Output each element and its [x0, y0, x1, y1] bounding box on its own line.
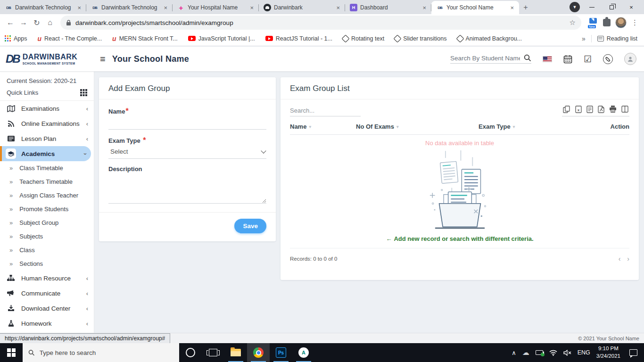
bookmark-star-icon[interactable]: ☆	[570, 18, 576, 27]
chrome-button[interactable]	[247, 343, 270, 362]
tab-close-icon[interactable]: ×	[421, 4, 428, 11]
sidebar-item-partial[interactable]	[0, 331, 94, 333]
whatsapp-icon[interactable]	[603, 54, 613, 64]
close-window-button[interactable]: ×	[623, 0, 639, 14]
apps-shortcut[interactable]: Apps	[5, 35, 27, 42]
next-page-icon[interactable]: ›	[627, 255, 629, 263]
url-text[interactable]: darwinbark.com/projects/smartschool/admi…	[75, 19, 570, 26]
sidebar-item-communicate[interactable]: Communicate ‹	[0, 286, 94, 301]
wifi-icon[interactable]	[549, 350, 557, 356]
print-icon[interactable]	[609, 106, 617, 113]
student-search-input[interactable]	[450, 55, 520, 62]
volume-muted-icon[interactable]	[563, 350, 571, 356]
bookmark-js-tutorial[interactable]: JavaScript Tutorial |...	[188, 35, 255, 42]
action-center-button[interactable]	[627, 349, 640, 356]
back-icon[interactable]: ←	[4, 16, 17, 29]
description-textarea[interactable]	[108, 176, 266, 204]
tab-hospital[interactable]: Your Hospital Name ×	[173, 1, 259, 14]
search-icon[interactable]	[524, 54, 531, 62]
clock[interactable]: 9:10 PM 3/24/2021	[596, 345, 620, 360]
browser-update-icon[interactable]: ▼	[570, 2, 580, 12]
sidebar-item-download-center[interactable]: Download Center ‹	[0, 301, 94, 316]
forward-icon[interactable]: →	[17, 16, 30, 29]
sort-caret-icon[interactable]: ▾	[396, 124, 399, 129]
bookmark-slider-transitions[interactable]: Slider transitions	[395, 35, 446, 42]
exam-type-select[interactable]: Select	[108, 145, 266, 159]
taskbar-search-input[interactable]	[40, 349, 173, 356]
columns-icon[interactable]	[621, 106, 628, 113]
tab-close-icon[interactable]: ×	[76, 4, 83, 11]
taskbar-search[interactable]	[23, 343, 179, 362]
bookmark-rotating-text[interactable]: Rotating text	[343, 35, 384, 42]
sidebar-item-homework[interactable]: Homework ‹	[0, 316, 94, 331]
tab-close-icon[interactable]: ×	[248, 4, 255, 11]
save-button[interactable]: Save	[234, 219, 266, 233]
prev-page-icon[interactable]: ‹	[619, 255, 621, 263]
column-header-exam-type[interactable]: Exam Type▾	[479, 123, 601, 130]
tab-darwinbark-2[interactable]: Darwinbark Technolog ×	[86, 1, 173, 14]
extensions-puzzle-icon[interactable]	[603, 19, 611, 26]
sidebar-item-academics[interactable]: Academics ‹	[0, 146, 91, 161]
column-header-no-of-exams[interactable]: No Of Exams▾	[356, 123, 479, 130]
list-search-input[interactable]	[290, 105, 361, 116]
tasks-icon[interactable]: ☑	[584, 54, 592, 65]
omnibox[interactable]: darwinbark.com/projects/smartschool/admi…	[60, 16, 581, 30]
language-flag-icon[interactable]	[543, 56, 552, 62]
sort-caret-icon[interactable]: ▾	[309, 124, 311, 129]
sidebar-subitem-teachers-timetable[interactable]: »Teachers Timetable	[0, 175, 94, 189]
bookmark-animated-background[interactable]: Animated Backgrou...	[457, 35, 522, 42]
restore-button[interactable]	[603, 0, 619, 14]
sidebar-subitem-promote-students[interactable]: »Promote Students	[0, 202, 94, 216]
sidebar-item-lesson-plan[interactable]: Lesson Plan ‹	[0, 131, 94, 146]
new-extension-icon[interactable]: New	[588, 18, 598, 27]
app-button[interactable]: A	[292, 343, 315, 362]
tab-github[interactable]: Darwinbark ×	[259, 1, 345, 14]
task-view-button[interactable]	[202, 343, 224, 362]
tab-close-icon[interactable]: ×	[509, 4, 515, 11]
cortana-button[interactable]	[179, 343, 202, 362]
sidebar-subitem-class[interactable]: »Class	[0, 243, 94, 257]
sidebar-subitem-assign-class-teacher[interactable]: »Assign Class Teacher	[0, 189, 94, 202]
sidebar-subitem-class-timetable[interactable]: »Class Timetable	[0, 161, 94, 175]
csv-export-icon[interactable]	[586, 106, 593, 113]
file-explorer-button[interactable]	[224, 343, 247, 362]
home-icon[interactable]: ⌂	[43, 16, 57, 29]
bookmark-react[interactable]: React - The Comple...	[38, 35, 102, 42]
photoshop-button[interactable]: Ps	[270, 343, 292, 362]
hidden-icons-chevron[interactable]: ∧	[512, 349, 516, 356]
grid-icon[interactable]	[80, 89, 87, 96]
new-tab-button[interactable]: +	[519, 1, 532, 14]
bookmarks-overflow-icon[interactable]: »	[582, 35, 586, 42]
tab-close-icon[interactable]: ×	[162, 4, 169, 11]
pdf-export-icon[interactable]	[598, 106, 604, 113]
name-input[interactable]	[108, 115, 266, 130]
copy-icon[interactable]	[563, 106, 570, 113]
browser-profile-avatar[interactable]	[615, 17, 627, 28]
browser-menu-icon[interactable]: ⋮	[631, 18, 638, 27]
tab-darwinbark-1[interactable]: Darwinbark Technolog ×	[0, 1, 86, 14]
sidebar-item-human-resource[interactable]: Human Resource ‹	[0, 271, 94, 286]
user-avatar[interactable]	[624, 53, 636, 65]
battery-icon[interactable]	[536, 350, 543, 355]
tab-dashboard[interactable]: Dashboard ×	[345, 1, 431, 14]
sidebar-item-examinations[interactable]: Examinations ‹	[0, 101, 94, 116]
tab-your-school-name-active[interactable]: Your School Name ×	[431, 1, 519, 14]
student-search[interactable]	[450, 54, 531, 64]
sort-caret-icon[interactable]: ▾	[513, 124, 515, 129]
start-button[interactable]	[0, 343, 23, 362]
reload-icon[interactable]: ↻	[30, 16, 43, 29]
hamburger-icon[interactable]: ≡	[100, 54, 106, 65]
quick-links[interactable]: Quick Links	[0, 86, 94, 101]
bookmark-reactjs-tutorial[interactable]: ReactJS Tutorial - 1...	[265, 35, 332, 42]
brand-logo[interactable]: DB DARWINBARK SCHOOL MANAGEMENT SYSTEM	[0, 52, 94, 66]
language-indicator[interactable]: ENG	[578, 349, 590, 356]
calendar-icon[interactable]	[563, 55, 572, 64]
sidebar-subitem-sections[interactable]: »Sections	[0, 257, 94, 271]
reading-list-button[interactable]: Reading list	[597, 35, 637, 42]
tab-close-icon[interactable]: ×	[335, 4, 341, 11]
sidebar-item-online-examinations[interactable]: Online Examinations ‹	[0, 116, 94, 131]
excel-export-icon[interactable]: x	[575, 106, 582, 113]
sidebar-subitem-subjects[interactable]: »Subjects	[0, 230, 94, 243]
sidebar-subitem-subject-group[interactable]: »Subject Group	[0, 216, 94, 230]
column-header-name[interactable]: Name▾	[290, 123, 356, 130]
